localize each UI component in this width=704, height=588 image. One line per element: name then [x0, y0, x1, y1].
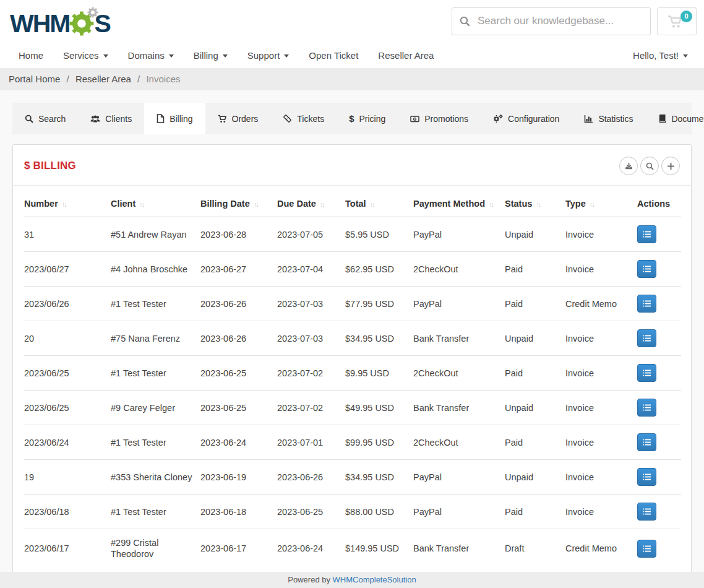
table-body: 31 #51 Andrew Rayan 2023-06-28 2023-07-0…	[24, 217, 681, 568]
row-actions-button[interactable]	[637, 433, 656, 451]
row-actions-button[interactable]	[637, 468, 656, 486]
cell-actions	[637, 321, 681, 356]
cell-type: Invoice	[565, 391, 637, 425]
tab-statistics[interactable]: Statistics	[572, 103, 645, 134]
tab-promotions[interactable]: Promotions	[398, 103, 481, 134]
breadcrumb-reseller-area[interactable]: Reseller Area	[75, 74, 131, 84]
list-icon	[643, 231, 651, 238]
row-actions-button[interactable]	[637, 225, 656, 243]
tab-configuration[interactable]: Configuration	[481, 103, 572, 134]
cell-payment-method: 2CheckOut	[413, 425, 505, 460]
row-actions-button[interactable]	[637, 364, 656, 382]
column-header-client[interactable]: Client↑↓	[111, 191, 200, 217]
cell-total: $62.95 USD	[345, 252, 413, 287]
cell-type: Invoice	[565, 425, 637, 460]
content-area: Search Clients Billing Orders	[0, 90, 704, 577]
list-icon	[643, 300, 651, 307]
whmcompletesolution-link[interactable]: WHMCompleteSolution	[333, 575, 416, 584]
tab-orders[interactable]: Orders	[205, 103, 271, 134]
cell-payment-method: PayPal	[413, 460, 505, 495]
tab-pricing[interactable]: $ Pricing	[337, 103, 398, 134]
cell-client: #1 Test Tester	[111, 425, 200, 460]
tab-search[interactable]: Search	[12, 103, 78, 134]
tab-billing[interactable]: Billing	[144, 103, 205, 134]
user-menu[interactable]: Hello, Test!	[633, 50, 692, 61]
breadcrumb: Portal Home / Reseller Area / Invoices	[0, 68, 704, 90]
cell-billing-date: 2023-06-24	[200, 425, 277, 460]
site-footer: Powered by WHMCompleteSolution	[0, 572, 704, 588]
add-button[interactable]	[661, 157, 680, 175]
nav-label: Reseller Area	[378, 50, 434, 61]
breadcrumb-separator: /	[137, 74, 140, 84]
cell-type: Invoice	[565, 217, 637, 252]
cell-due-date: 2023-06-26	[277, 460, 345, 495]
cell-actions	[637, 425, 681, 460]
column-header-due-date[interactable]: Due Date↑↓	[277, 191, 345, 217]
tab-clients[interactable]: Clients	[78, 103, 144, 134]
search-input[interactable]	[478, 15, 643, 27]
cell-status: Unpaid	[505, 321, 565, 356]
cell-type: Invoice	[565, 495, 637, 529]
nav-item-support[interactable]: Support	[238, 50, 299, 61]
cell-number: 2023/06/18	[24, 495, 111, 529]
cell-type: Invoice	[565, 252, 637, 287]
cell-number: 19	[24, 460, 111, 495]
nav-item-domains[interactable]: Domains	[118, 50, 184, 61]
cell-client: #9 Carey Felger	[111, 391, 200, 425]
sort-icon: ↑↓	[62, 201, 66, 208]
book-icon	[658, 114, 666, 123]
cell-due-date: 2023-07-01	[277, 425, 345, 460]
nav-item-services[interactable]: Services	[53, 50, 118, 61]
export-download-button[interactable]	[619, 157, 638, 175]
nav-item-open-ticket[interactable]: Open Ticket	[299, 50, 368, 61]
cell-client: #1 Test Tester	[111, 495, 200, 529]
tab-tickets[interactable]: Tickets	[270, 103, 337, 134]
nav-item-home[interactable]: Home	[11, 50, 53, 61]
panel-header: $ BILLING	[13, 145, 691, 186]
tab-label: Documentation	[671, 114, 704, 124]
table-header-row: Number↑↓ Client↑↓ Billing Date↑↓ Due Dat…	[24, 191, 681, 217]
tab-documentation[interactable]: Documentation	[645, 103, 704, 134]
filter-search-button[interactable]	[640, 157, 659, 175]
nav-item-billing[interactable]: Billing	[184, 50, 238, 61]
row-actions-button[interactable]	[637, 329, 656, 347]
breadcrumb-portal-home[interactable]: Portal Home	[9, 74, 60, 84]
plus-icon	[667, 162, 675, 170]
row-actions-button[interactable]	[637, 260, 656, 278]
dollar-icon: $	[349, 113, 354, 124]
money-icon	[410, 115, 419, 123]
tab-label: Search	[38, 114, 66, 124]
logo-gear-icon	[69, 9, 95, 37]
row-actions-button[interactable]	[637, 295, 656, 313]
whmcs-logo[interactable]: WHM	[10, 5, 110, 37]
cart-icon	[218, 115, 227, 123]
knowledgebase-search	[452, 7, 651, 35]
cell-number: 2023/06/24	[24, 425, 111, 460]
cart-button[interactable]: 0	[657, 7, 697, 35]
column-header-billing-date[interactable]: Billing Date↑↓	[200, 191, 277, 217]
gear-gray-icon	[87, 6, 99, 19]
cell-due-date: 2023-07-02	[277, 356, 345, 391]
row-actions-button[interactable]	[637, 399, 656, 417]
cell-status: Unpaid	[505, 217, 565, 252]
column-header-total[interactable]: Total↑↓	[345, 191, 413, 217]
page: WHM	[0, 0, 704, 588]
invoice-row: 2023/06/18 #1 Test Tester 2023-06-18 202…	[24, 495, 681, 529]
row-actions-button[interactable]	[637, 503, 656, 521]
module-tabs: Search Clients Billing Orders	[12, 103, 692, 134]
column-header-type[interactable]: Type↑↓	[565, 191, 637, 217]
row-actions-button[interactable]	[637, 540, 656, 558]
column-header-status[interactable]: Status↑↓	[505, 191, 565, 217]
cell-billing-date: 2023-06-28	[200, 217, 277, 252]
list-icon	[643, 439, 651, 446]
tab-label: Configuration	[508, 114, 559, 124]
cell-payment-method: Bank Transfer	[413, 391, 505, 425]
list-icon	[643, 508, 651, 515]
cell-due-date: 2023-06-25	[277, 495, 345, 529]
cell-due-date: 2023-07-04	[277, 252, 345, 287]
tab-label: Clients	[105, 114, 132, 124]
column-header-payment-method[interactable]: Payment Method↑↓	[413, 191, 505, 217]
column-header-number[interactable]: Number↑↓	[24, 191, 111, 217]
list-icon	[643, 545, 651, 552]
nav-item-reseller-area[interactable]: Reseller Area	[368, 50, 444, 61]
